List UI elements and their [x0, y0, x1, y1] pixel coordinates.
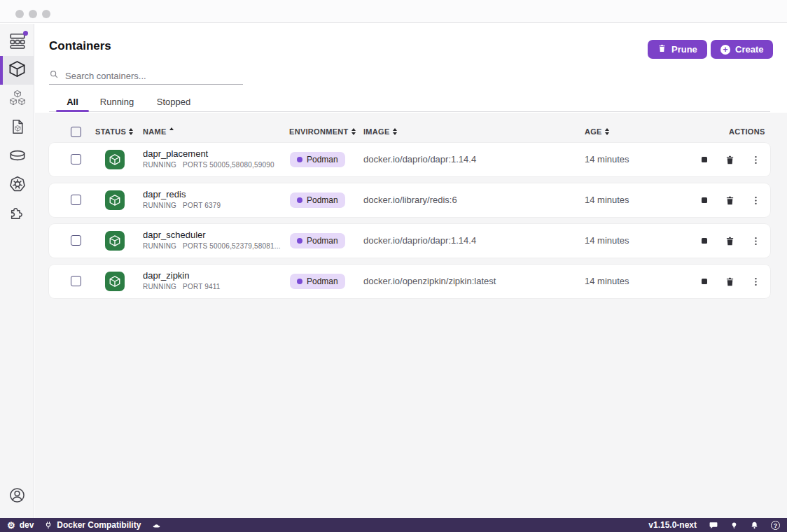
images-icon [9, 118, 26, 138]
statusbar-podman-hat[interactable] [151, 521, 162, 530]
prune-button[interactable]: Prune [648, 40, 707, 59]
container-image: docker.io/library/redis:6 [363, 183, 457, 217]
help-icon[interactable]: ? [771, 521, 780, 530]
stop-container-button[interactable] [696, 273, 713, 290]
extensions-icon [8, 204, 26, 224]
sidebar-item-volumes[interactable] [0, 142, 34, 171]
container-image: docker.io/daprio/dapr:1.14.4 [363, 143, 476, 176]
environment-badge: Podman [290, 233, 345, 248]
sort-icon [393, 128, 397, 135]
delete-container-button[interactable] [721, 273, 738, 290]
select-all-checkbox[interactable] [71, 127, 81, 137]
sidebar-item-images[interactable] [0, 113, 34, 142]
container-row: dapr_zipkin RUNNING PORT 9411 Podman doc… [49, 265, 770, 298]
container-row: dapr_redis RUNNING PORT 6379 Podman dock… [49, 183, 770, 217]
container-running-status-icon [105, 150, 125, 169]
create-button[interactable]: + Create [711, 40, 773, 59]
sidebar-item-account[interactable] [0, 482, 34, 511]
podman-dot-icon [297, 197, 302, 203]
active-tab-underline [56, 110, 89, 112]
container-age: 14 minutes [585, 224, 629, 258]
sort-icon [351, 128, 356, 135]
more-actions-kebab-button[interactable] [747, 232, 764, 249]
more-actions-kebab-button[interactable] [747, 192, 764, 209]
container-name[interactable]: dapr_placement [143, 148, 208, 159]
container-name[interactable]: dapr_scheduler [143, 230, 206, 240]
container-ports: PORTS 50006,52379,58081... [183, 242, 281, 250]
plus-circle-icon: + [720, 45, 730, 55]
container-age: 14 minutes [585, 143, 629, 176]
environment-badge: Podman [290, 152, 345, 167]
window-minimize-button[interactable] [29, 10, 37, 18]
sidebar-item-pods[interactable] [0, 85, 34, 113]
delete-container-button[interactable] [721, 192, 738, 209]
window-close-button[interactable] [15, 10, 24, 18]
container-status-line: RUNNING PORT 9411 [143, 283, 221, 290]
statusbar: ⚙ dev Docker Compatibility v1.15.0 [0, 518, 787, 532]
statusbar-provider[interactable]: ⚙ dev [7, 520, 34, 530]
podman-dot-icon [297, 157, 302, 162]
delete-container-button[interactable] [721, 151, 738, 168]
feedback-bubble-icon[interactable] [709, 521, 718, 530]
main-content: Containers Prune + Create All Running St… [35, 24, 787, 518]
titlebar [0, 0, 787, 23]
container-running-status-icon [105, 190, 125, 210]
tabs-divider [49, 111, 770, 112]
podman-dot-icon [297, 238, 302, 244]
active-indicator [0, 56, 3, 85]
search-input[interactable] [65, 71, 243, 81]
delete-container-button[interactable] [721, 232, 738, 249]
container-name[interactable]: dapr_redis [143, 189, 186, 200]
tab-stopped[interactable]: Stopped [153, 97, 194, 112]
row-checkbox[interactable] [71, 195, 81, 205]
stop-container-button[interactable] [696, 151, 713, 168]
containers-icon [8, 59, 27, 81]
environment-badge: Podman [290, 274, 345, 289]
environment-label: Podman [307, 195, 338, 205]
column-header-actions: ACTIONS [729, 127, 765, 136]
container-image: docker.io/daprio/dapr:1.14.4 [363, 224, 476, 258]
row-checkbox[interactable] [71, 276, 81, 286]
kubernetes-icon [8, 175, 27, 196]
column-header-image[interactable]: IMAGE [363, 127, 397, 136]
window-maximize-button[interactable] [42, 10, 50, 18]
container-status-line: RUNNING PORT 6379 [143, 202, 221, 209]
environment-label: Podman [307, 276, 338, 286]
row-checkbox[interactable] [71, 154, 81, 164]
container-ports: PORTS 50005,58080,59090 [183, 161, 274, 169]
bell-icon[interactable] [750, 521, 759, 530]
container-ports: PORT 6379 [183, 202, 221, 209]
container-state: RUNNING [143, 242, 176, 250]
container-name[interactable]: dapr_zipkin [143, 270, 190, 281]
more-actions-kebab-button[interactable] [747, 151, 764, 168]
trash-icon [657, 43, 667, 55]
more-actions-kebab-button[interactable] [747, 273, 764, 290]
pods-icon [8, 89, 27, 110]
sidebar-item-dashboard[interactable] [0, 27, 34, 56]
row-checkbox[interactable] [71, 235, 81, 246]
sidebar [0, 24, 34, 518]
environment-label: Podman [307, 155, 338, 164]
column-header-environment[interactable]: ENVIRONMENT [289, 127, 356, 136]
container-row: dapr_placement RUNNING PORTS 50005,58080… [49, 143, 770, 176]
statusbar-docker-compatibility[interactable]: Docker Compatibility [44, 520, 141, 530]
account-icon [8, 486, 26, 507]
lightbulb-icon[interactable] [730, 521, 738, 530]
container-running-status-icon [105, 272, 125, 291]
tab-running[interactable]: Running [97, 97, 137, 112]
page-title: Containers [49, 39, 111, 53]
column-header-status[interactable]: STATUS [95, 127, 133, 136]
column-header-age[interactable]: AGE [585, 127, 609, 136]
sort-icon [129, 128, 133, 135]
container-row: dapr_scheduler RUNNING PORTS 50006,52379… [49, 224, 770, 258]
sidebar-item-extensions[interactable] [0, 200, 34, 228]
stop-container-button[interactable] [696, 232, 713, 249]
environment-label: Podman [307, 236, 338, 246]
search-icon [49, 69, 59, 82]
column-header-name[interactable]: NAME [143, 127, 174, 136]
sidebar-item-kubernetes[interactable] [0, 171, 34, 200]
container-status-line: RUNNING PORTS 50005,58080,59090 [143, 161, 274, 169]
stop-container-button[interactable] [696, 192, 713, 209]
volumes-icon [8, 146, 27, 167]
sidebar-item-containers[interactable] [0, 56, 34, 85]
